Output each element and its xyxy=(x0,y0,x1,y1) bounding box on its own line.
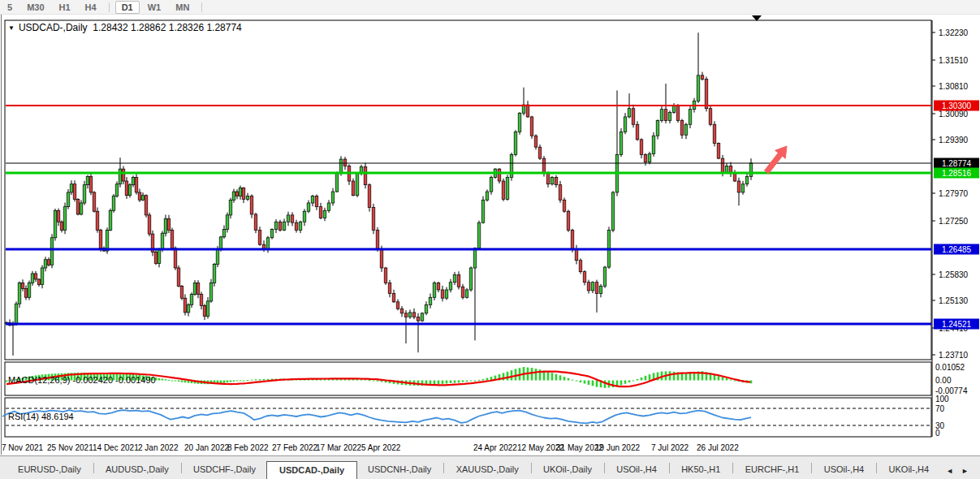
candle-body xyxy=(203,306,206,317)
timeframe-button-w1[interactable]: W1 xyxy=(141,1,168,14)
candle-body xyxy=(190,295,193,305)
macd-histogram-bar xyxy=(563,377,566,380)
candle-body xyxy=(109,210,112,230)
price-axis[interactable]: 1.322301.315101.308101.300901.293901.279… xyxy=(932,28,979,360)
candle-body xyxy=(388,283,391,294)
tab-ukoil-11[interactable]: UKOil-,H4 xyxy=(879,462,940,478)
candle-body xyxy=(620,132,623,155)
candle-body xyxy=(180,286,183,298)
rsi-line xyxy=(2,410,751,423)
tab-xauusd-5[interactable]: XAUUSD-,Daily xyxy=(446,462,529,478)
date-axis[interactable]: 7 Nov 202125 Nov 202114 Dec 20212 Jan 20… xyxy=(2,443,739,452)
breakout-arrow-annotation[interactable] xyxy=(765,146,788,174)
tab-audusd-1[interactable]: AUDUSD-,Daily xyxy=(95,462,179,478)
macd-histogram-bar xyxy=(243,381,245,382)
macd-histogram-bar xyxy=(162,378,164,380)
candle-body xyxy=(400,309,404,313)
timeframe-button-h1[interactable]: H1 xyxy=(53,1,77,14)
dropdown-triangle-icon[interactable]: ▼ xyxy=(8,24,15,32)
candle-body xyxy=(689,110,692,125)
macd-indicator-label: MACD(12,26,9) -0.002420 -0.001490 xyxy=(8,375,156,385)
macd-histogram-bar xyxy=(555,374,558,381)
candle-body xyxy=(717,144,720,159)
candle-body xyxy=(624,117,627,132)
candle-body xyxy=(232,192,235,200)
rsi-panel-frame xyxy=(5,398,931,437)
candle-body xyxy=(315,196,318,207)
tab-scroll-left-icon[interactable]: ◄ xyxy=(946,467,953,475)
candle-body xyxy=(258,230,261,244)
tab-eurusd-0[interactable]: EURUSD-,Daily xyxy=(7,462,92,478)
macd-histogram-bar xyxy=(230,381,232,382)
macd-histogram-bar xyxy=(572,380,574,381)
macd-histogram-bar xyxy=(184,381,187,383)
rsi-panel[interactable]: 10070300 xyxy=(2,395,949,438)
tab-usoil-10[interactable]: USOil-,H4 xyxy=(814,462,875,478)
timeframe-button-d1[interactable]: D1 xyxy=(115,1,140,14)
tab-scroll-right-icon[interactable]: ► xyxy=(961,467,969,475)
candle-body xyxy=(713,124,716,143)
macd-histogram-bar xyxy=(233,381,235,382)
macd-histogram-bar xyxy=(531,368,533,380)
price-badge-label: 1.28774 xyxy=(942,159,972,168)
tab-usdcad-3[interactable]: USDCAD-,Daily xyxy=(266,461,357,479)
tab-usdcnh-4[interactable]: USDCNH-,Daily xyxy=(357,462,442,478)
candle-body xyxy=(307,203,310,211)
candle-body xyxy=(41,268,44,284)
candle-body xyxy=(412,313,416,317)
timeframe-button-m30[interactable]: M30 xyxy=(20,1,50,14)
candle-body xyxy=(93,192,96,211)
candle-body xyxy=(668,112,671,120)
macd-histogram-bar xyxy=(734,381,736,382)
candle-body xyxy=(266,238,270,249)
tab-hk50-8[interactable]: HK50-,H1 xyxy=(671,462,731,478)
macd-histogram-bar xyxy=(726,378,728,381)
chart-canvas[interactable]: 1.322301.315101.308101.300901.293901.279… xyxy=(0,14,980,455)
candle-body xyxy=(417,317,420,321)
tab-eurchf-9[interactable]: EURCHF-,H1 xyxy=(735,462,810,478)
date-label: 19 Jun 2022 xyxy=(595,443,640,452)
candle-body xyxy=(583,272,586,283)
candle-body xyxy=(433,283,436,298)
macd-histogram-bar xyxy=(482,379,485,381)
candle-body xyxy=(380,249,383,268)
timeframe-button-5[interactable]: 5 xyxy=(1,1,19,14)
tab-usdchf-2[interactable]: USDCHF-,Daily xyxy=(183,462,266,478)
tab-usoil-7[interactable]: USOil-,H4 xyxy=(606,462,667,478)
date-label: 5 Apr 2022 xyxy=(361,443,401,452)
price-tick-label: 1.27250 xyxy=(939,217,969,226)
macd-histogram-bar xyxy=(171,381,174,382)
candle-body xyxy=(209,283,213,301)
candle-body xyxy=(291,215,294,222)
candle-body xyxy=(193,283,196,295)
macd-histogram-bar xyxy=(450,381,452,383)
candle-body xyxy=(660,110,663,121)
candle-body xyxy=(591,283,594,291)
candle-body xyxy=(119,169,122,184)
candle-body xyxy=(449,283,452,290)
macd-histogram-bar xyxy=(446,381,448,384)
candle-body xyxy=(364,166,367,184)
candle-body xyxy=(122,169,125,181)
tab-ukoil-6[interactable]: UKOil-,Daily xyxy=(533,462,602,478)
chart-tab-bar: EURUSD-,DailyAUDUSD-,DailyUSDCHF-,DailyU… xyxy=(0,455,980,479)
candle-body xyxy=(206,301,209,317)
candle-body xyxy=(611,192,615,231)
date-label: 24 Apr 2022 xyxy=(473,443,517,452)
price-tick-label: 1.31510 xyxy=(939,56,969,65)
candle-body xyxy=(15,304,18,324)
macd-histogram-bar xyxy=(442,381,444,384)
timeframe-button-h4[interactable]: H4 xyxy=(79,1,103,14)
macd-values: -0.002420 -0.001490 xyxy=(72,375,155,385)
timeframe-button-mn[interactable]: MN xyxy=(169,1,196,14)
candle-body xyxy=(749,163,753,176)
candle-body xyxy=(404,313,408,317)
candle-body xyxy=(579,261,582,272)
candle-body xyxy=(603,267,607,286)
candle-body xyxy=(76,199,80,214)
candle-body xyxy=(632,109,635,125)
macd-histogram-bar xyxy=(251,380,253,381)
candle-body xyxy=(721,158,724,173)
main-chart-frame xyxy=(5,20,931,360)
macd-histogram-bar xyxy=(584,381,586,384)
